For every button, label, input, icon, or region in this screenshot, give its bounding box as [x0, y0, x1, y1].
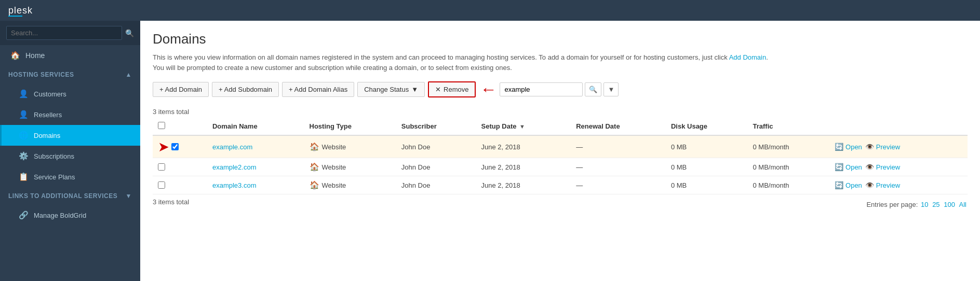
add-subdomain-button[interactable]: + Add Subdomain [212, 82, 279, 97]
home-icon: 🏠 [10, 51, 20, 60]
chevron-down-icon: ▼ [126, 192, 132, 200]
search-box: 🔍 [0, 21, 140, 45]
remove-button[interactable]: ✕ Remove [428, 81, 476, 97]
th-checkbox [153, 118, 207, 135]
sort-icon: ▼ [519, 123, 525, 130]
th-actions [829, 118, 968, 135]
sidebar-item-customers[interactable]: 👤 Customers [0, 83, 140, 104]
plesk-logo: plesk [8, 5, 33, 16]
preview-button[interactable]: 👁️Preview [865, 181, 900, 189]
row-setup-date: June 2, 2018 [476, 176, 571, 194]
row-subscriber: John Doe [396, 176, 476, 194]
row-traffic: 0 MB/month [748, 135, 830, 158]
row-checkbox-cell [153, 158, 207, 176]
row-hosting-type: 🏠Website [304, 135, 396, 158]
open-icon: 🔄 [835, 143, 843, 151]
row-subscriber: John Doe [396, 158, 476, 176]
preview-button[interactable]: 👁️Preview [865, 143, 900, 151]
sidebar-item-service-plans[interactable]: 📋 Service Plans [0, 166, 140, 187]
th-renewal-date: Renewal Date [571, 118, 666, 135]
entries-25[interactable]: 25 [932, 201, 939, 208]
domains-icon: 🌐 [18, 131, 29, 140]
entries-100[interactable]: 100 [944, 201, 955, 208]
preview-label: Preview [876, 181, 900, 189]
entries-10[interactable]: 10 [921, 201, 928, 208]
preview-label: Preview [876, 143, 900, 151]
sidebar-item-manage-boldgrid[interactable]: 🔗 Manage BoldGrid [0, 205, 140, 226]
open-button[interactable]: 🔄Open [835, 143, 862, 151]
add-domain-label: + Add Domain [159, 86, 202, 93]
filter-input[interactable] [500, 82, 583, 96]
sidebar-service-plans-label: Service Plans [34, 173, 75, 181]
content-area: Domains This is where you view informati… [140, 21, 980, 281]
row-subscriber: John Doe [396, 135, 476, 158]
row-checkbox[interactable] [171, 143, 179, 150]
th-setup-date[interactable]: Setup Date ▼ [476, 118, 571, 135]
row-domain-name: example.com [207, 135, 304, 158]
row-checkbox[interactable] [158, 163, 165, 171]
row-checkbox[interactable] [158, 181, 165, 189]
select-all-checkbox[interactable] [158, 122, 165, 129]
service-plans-icon: 📋 [18, 172, 29, 181]
domains-table: Domain Name Hosting Type Subscriber Setu… [153, 118, 968, 194]
row-traffic: 0 MB/month [748, 158, 830, 176]
entries-label: Entries per page: [866, 201, 918, 208]
sidebar-resellers-label: Resellers [34, 111, 62, 119]
items-count-top: 3 items total [153, 108, 968, 116]
search-icon-button[interactable]: 🔍 [125, 29, 134, 37]
entries-all[interactable]: All [959, 201, 966, 208]
links-section-label: Links to Additional Services [8, 192, 117, 200]
open-button[interactable]: 🔄Open [835, 181, 862, 189]
row-setup-date: June 2, 2018 [476, 158, 571, 176]
house-icon: 🏠 [310, 180, 319, 190]
row-disk-usage: 0 MB [666, 176, 748, 194]
domain-link[interactable]: example2.com [212, 163, 257, 171]
th-domain-name: Domain Name [207, 118, 304, 135]
filter-search-button[interactable]: 🔍 [585, 82, 601, 96]
hosting-services-section-header[interactable]: Hosting Services ▲ [0, 66, 140, 83]
open-label: Open [845, 143, 862, 151]
add-domain-link[interactable]: Add Domain [729, 53, 767, 61]
links-subnav: 🔗 Manage BoldGrid [0, 205, 140, 226]
hosting-services-label: Hosting Services [8, 71, 74, 78]
change-status-label: Change Status [364, 86, 409, 93]
sidebar-item-domains[interactable]: 🌐 Domains [0, 125, 140, 146]
add-domain-button[interactable]: + Add Domain [153, 82, 209, 97]
remove-button-wrapper: ✕ Remove ← [428, 81, 496, 97]
preview-icon: 👁️ [865, 181, 874, 189]
change-status-button[interactable]: Change Status ▼ [357, 82, 425, 97]
row-checkbox-cell [153, 176, 207, 194]
row-actions: 🔄Open👁️Preview [829, 176, 968, 194]
search-input[interactable] [6, 26, 122, 40]
filter-expand-button[interactable]: ▼ [603, 82, 619, 96]
sidebar-home-label: Home [25, 51, 45, 60]
preview-icon: 👁️ [865, 143, 874, 151]
domain-link[interactable]: example3.com [212, 181, 257, 189]
row-domain-name: example3.com [207, 176, 304, 194]
hosting-type-label: Website [322, 143, 346, 151]
toolbar: + Add Domain + Add Subdomain + Add Domai… [153, 81, 619, 97]
resellers-icon: 👤 [18, 110, 29, 119]
domain-link[interactable]: example.com [212, 143, 252, 151]
links-section-header[interactable]: Links to Additional Services ▼ [0, 187, 140, 205]
house-icon: 🏠 [310, 142, 319, 151]
row-actions: 🔄Open👁️Preview [829, 158, 968, 176]
row-renewal-date: — [571, 158, 666, 176]
row-domain-name: example2.com [207, 158, 304, 176]
customers-icon: 👤 [18, 89, 29, 99]
row-hosting-type: 🏠Website [304, 158, 396, 176]
open-button[interactable]: 🔄Open [835, 163, 862, 171]
boldgrid-icon: 🔗 [18, 210, 29, 220]
sidebar-item-home[interactable]: 🏠 Home [0, 45, 140, 66]
sidebar-subscriptions-label: Subscriptions [34, 152, 74, 160]
preview-button[interactable]: 👁️Preview [865, 163, 900, 171]
sidebar-item-subscriptions[interactable]: ⚙️ Subscriptions [0, 146, 140, 166]
sidebar-item-resellers[interactable]: 👤 Resellers [0, 104, 140, 125]
th-traffic: Traffic [748, 118, 830, 135]
add-domain-alias-button[interactable]: + Add Domain Alias [282, 82, 354, 97]
chevron-up-icon: ▲ [126, 71, 132, 78]
open-icon: 🔄 [835, 181, 843, 189]
page-description: This is where you view information on al… [153, 52, 776, 73]
remove-label: Remove [444, 86, 468, 93]
row-renewal-date: — [571, 176, 666, 194]
